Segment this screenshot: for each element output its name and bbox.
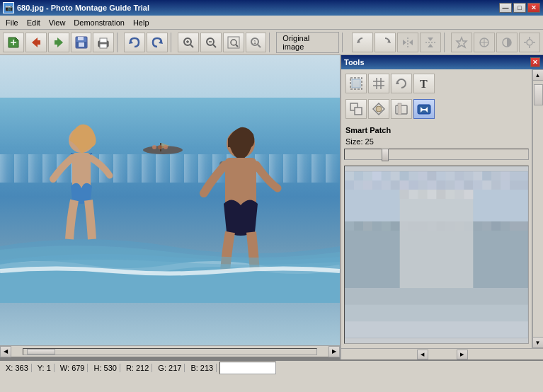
svg-rect-106 (482, 180, 491, 190)
svg-line-22 (236, 45, 238, 47)
status-b-value: 213 (200, 364, 213, 372)
menu-view[interactable]: View (45, 17, 70, 28)
toolbar-new-btn[interactable] (3, 33, 24, 52)
tool-select-btn[interactable] (345, 74, 367, 93)
tools-inner: T (341, 69, 543, 348)
scroll-right-btn[interactable]: ▶ (328, 346, 340, 357)
toolbar-flip-v-btn[interactable] (420, 33, 441, 52)
tools-main: T (341, 69, 532, 348)
status-y-label: Y: (38, 364, 45, 372)
toolbar-save-btn[interactable] (71, 33, 92, 52)
save-icon (74, 35, 88, 50)
status-y-value: 1 (47, 364, 51, 372)
toolbar-zoom-in-btn[interactable] (178, 33, 199, 52)
toolbar-sep-3 (269, 33, 273, 52)
rotate-icon (394, 76, 408, 91)
toolbar-effects2-btn[interactable] (474, 33, 495, 52)
svg-rect-98 (409, 180, 418, 190)
toolbar-effects1-btn[interactable] (451, 33, 472, 52)
menu-bar: File Edit View Demonstration Help (0, 16, 543, 30)
svg-marker-33 (428, 44, 433, 47)
smart-patch-icon (417, 102, 431, 116)
tool-patch-btn[interactable] (391, 99, 412, 119)
toolbar-forward-btn[interactable] (48, 33, 69, 52)
svg-marker-66 (398, 103, 401, 115)
svg-rect-92 (354, 180, 363, 190)
toolbar-undo-btn[interactable] (124, 33, 145, 52)
window-title: 680.jpg - Photo Montage Guide Trial (17, 4, 149, 12)
maximize-button[interactable]: □ (513, 3, 526, 13)
main-area: ◀ ▶ Tools ✕ (0, 55, 543, 359)
svg-rect-115 (382, 221, 391, 231)
toolbar-redo-btn[interactable] (147, 33, 168, 52)
close-button[interactable]: ✕ (527, 3, 540, 13)
tool-rotate-btn[interactable] (391, 74, 412, 93)
title-bar: 📷 680.jpg - Photo Montage Guide Trial — … (0, 0, 543, 16)
h-scrollbar-thumb[interactable] (27, 349, 55, 354)
tools-scroll-down-btn[interactable]: ▼ (532, 337, 544, 348)
menu-edit[interactable]: Edit (23, 17, 45, 28)
svg-rect-136 (445, 190, 455, 199)
svg-rect-101 (437, 180, 446, 190)
svg-rect-93 (363, 180, 372, 190)
toolbar-sep-4 (342, 33, 346, 52)
svg-rect-99 (418, 180, 428, 190)
svg-rect-132 (409, 190, 418, 199)
status-input[interactable] (219, 362, 276, 374)
v-scrollbar-thumb[interactable] (534, 84, 543, 105)
status-x-value: 363 (15, 364, 28, 372)
bottom-scroll-right-btn[interactable]: ▶ (457, 350, 468, 359)
svg-rect-137 (455, 190, 464, 199)
menu-file[interactable]: File (1, 17, 23, 28)
svg-rect-75 (372, 171, 382, 180)
svg-marker-34 (457, 38, 467, 47)
svg-rect-128 (501, 221, 510, 231)
heal-icon (372, 102, 386, 116)
toolbar-contrast-btn[interactable] (496, 33, 518, 52)
toolbar-zoom-fit-btn[interactable] (223, 33, 244, 52)
scroll-left-btn[interactable]: ◀ (0, 346, 11, 357)
svg-rect-77 (391, 171, 400, 180)
svg-rect-87 (482, 171, 491, 180)
contrast-icon (501, 36, 513, 49)
toolbar-back-btn[interactable] (25, 33, 47, 52)
original-image-label[interactable]: Original image (276, 32, 339, 53)
preview-area (344, 166, 529, 344)
tool-clone-btn[interactable] (345, 99, 367, 119)
svg-line-16 (190, 45, 193, 47)
toolbar-zoom-out-btn[interactable] (200, 33, 222, 52)
tool-heal-btn[interactable] (368, 99, 389, 119)
bottom-scroll-left-btn[interactable]: ◀ (417, 350, 428, 359)
zoom-actual-icon: 1 (248, 35, 263, 50)
minimize-button[interactable]: — (499, 3, 512, 13)
svg-rect-85 (464, 171, 473, 180)
tool-grid-btn[interactable] (368, 74, 389, 93)
svg-rect-112 (354, 221, 363, 231)
svg-rect-109 (510, 180, 528, 190)
tool-smart-patch-btn[interactable] (413, 99, 435, 119)
toolbar-flip-h-btn[interactable] (397, 33, 418, 52)
svg-rect-7 (79, 42, 84, 47)
zoom-in-icon (181, 35, 195, 50)
svg-rect-9 (100, 38, 107, 42)
menu-help[interactable]: Help (129, 17, 154, 28)
svg-rect-100 (428, 180, 437, 190)
canvas-image[interactable] (0, 55, 340, 345)
toolbar-rotate-cw-btn[interactable] (375, 33, 396, 52)
size-slider-thumb[interactable] (382, 149, 389, 161)
toolbar-brightness-btn[interactable] (519, 33, 540, 52)
menu-demonstration[interactable]: Demonstration (69, 17, 129, 28)
svg-text:T: T (420, 78, 428, 90)
svg-rect-105 (473, 180, 482, 190)
tools-close-btn[interactable]: ✕ (530, 57, 540, 67)
svg-rect-82 (437, 171, 446, 180)
toolbar-rotate-ccw-btn[interactable] (352, 33, 373, 52)
tools-scroll-up-btn[interactable]: ▲ (532, 69, 544, 81)
size-slider[interactable] (344, 149, 529, 160)
svg-rect-113 (363, 221, 372, 231)
toolbar-print-btn[interactable] (93, 33, 114, 52)
status-h-value: 530 (104, 364, 117, 372)
tool-text-btn[interactable]: T (413, 74, 435, 93)
toolbar-zoom-actual-btn[interactable]: 1 (246, 33, 267, 52)
h-scrollbar-track[interactable] (23, 348, 317, 355)
